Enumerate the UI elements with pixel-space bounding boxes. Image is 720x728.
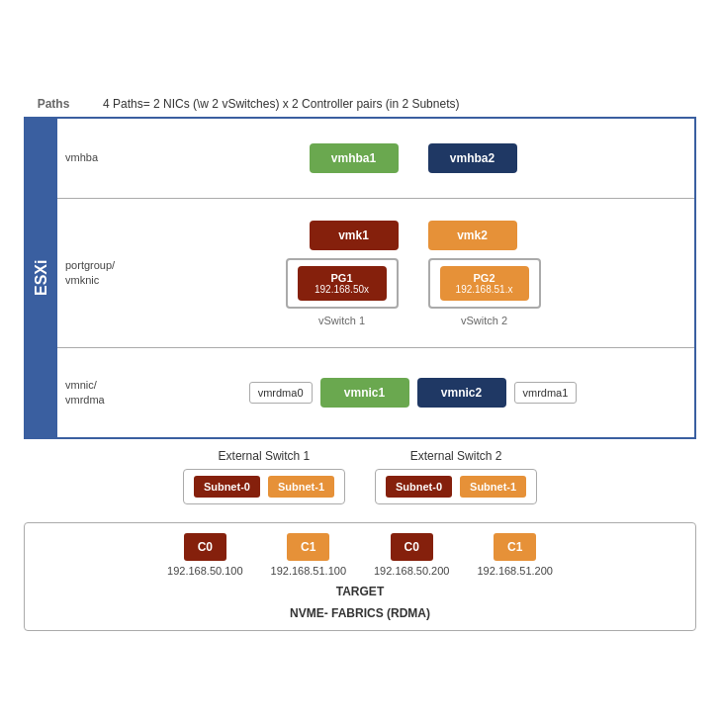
ctrl-c1-left-box: C1 (287, 533, 329, 561)
paths-description: 4 Paths= 2 NICs (\w 2 vSwitches) x 2 Con… (103, 97, 459, 111)
ext-switch-2-title: External Switch 2 (410, 449, 502, 463)
vmnic-content: vmrdma0 vmnic1 vmnic2 vmrdma1 (139, 358, 686, 427)
vmhba-row: vmhba vmhba1 vmhba2 (57, 119, 694, 199)
ctrl-c1-left-ip: 192.168.51.100 (271, 565, 346, 577)
ctrl-c1-right-ip: 192.168.51.200 (477, 565, 552, 577)
paths-header: Paths 4 Paths= 2 NICs (\w 2 vSwitches) x… (24, 97, 696, 111)
vmk1-box: vmk1 (310, 221, 399, 250)
vmnic2-box: vmnic2 (417, 378, 506, 408)
target-label-line2: NVME- FABRICS (RDMA) (290, 606, 430, 620)
ext-switch-1-border: Subnet-0 Subnet-1 (183, 469, 345, 504)
vmnic-group: vmrdma0 vmnic1 vmnic2 vmrdma1 (139, 378, 686, 408)
vmk2-box: vmk2 (428, 221, 517, 250)
esxi-rows: vmhba vmhba1 vmhba2 portgroup/ vmknic vm… (57, 119, 694, 437)
ctrl-c0-right-box: C0 (391, 533, 433, 561)
target-controller-c1-left: C1 192.168.51.100 (271, 533, 346, 577)
ctrl-c0-left-box: C0 (184, 533, 226, 561)
vmnic1-box: vmnic1 (320, 378, 409, 408)
esxi-box: ESXi vmhba vmhba1 vmhba2 portgroup/ vmkn… (24, 117, 696, 439)
ctrl-c0-right-ip: 192.168.50.200 (374, 565, 449, 577)
pg1-box: PG1 192.168.50x (298, 266, 387, 301)
vmrdma0-label: vmrdma0 (249, 382, 313, 404)
vmrdma1-label: vmrdma1 (514, 382, 578, 404)
portgroup-content: vmk1 vmk2 PG1 192.168.50x (139, 209, 686, 337)
vmhba-content: vmhba1 vmhba2 (139, 129, 686, 188)
ext-switch-1-subnet-0: Subnet-0 (194, 476, 260, 498)
ctrl-c1-right-box: C1 (494, 533, 536, 561)
vswitch1-border: PG1 192.168.50x (286, 258, 399, 309)
vmhba2-box: vmhba2 (428, 143, 517, 173)
vswitch2-label: vSwitch 2 (461, 315, 507, 326)
portgroup-label: portgroup/ vmknic (65, 258, 139, 289)
pg2-ip: 192.168.51.x (450, 284, 519, 295)
pg2-box: PG2 192.168.51.x (440, 266, 529, 301)
vmhba-label: vmhba (65, 150, 139, 165)
pg1-name: PG1 (308, 272, 377, 284)
target-controller-c1-right: C1 192.168.51.200 (477, 533, 552, 577)
target-label-line1: TARGET (336, 585, 384, 598)
ext-switch-1-title: External Switch 1 (219, 449, 311, 463)
ctrl-c0-left-ip: 192.168.50.100 (167, 565, 242, 577)
ext-switch-1-group: External Switch 1 Subnet-0 Subnet-1 (183, 449, 345, 504)
vswitch2-border: PG2 192.168.51.x (428, 258, 541, 309)
ext-switch-2-border: Subnet-0 Subnet-1 (375, 469, 537, 504)
target-controller-c0-right: C0 192.168.50.200 (374, 533, 449, 577)
target-controllers-row: C0 192.168.50.100 C1 192.168.51.100 C0 1… (35, 533, 685, 577)
target-controller-c0-left: C0 192.168.50.100 (167, 533, 242, 577)
target-section: C0 192.168.50.100 C1 192.168.51.100 C0 1… (24, 522, 696, 631)
vswitch1-group: PG1 192.168.50x vSwitch 1 (286, 258, 399, 326)
pg2-name: PG2 (450, 272, 519, 284)
paths-key: Paths (24, 97, 83, 111)
portgroup-row: portgroup/ vmknic vmk1 vmk2 PG1 (57, 199, 694, 348)
ext-switch-1-subnet-1: Subnet-1 (268, 476, 334, 498)
vmhba1-box: vmhba1 (310, 143, 399, 173)
ext-switches-row: External Switch 1 Subnet-0 Subnet-1 Exte… (24, 449, 696, 504)
vmnic-label: vmnic/ vmrdma (65, 378, 139, 409)
ext-switch-2-group: External Switch 2 Subnet-0 Subnet-1 (375, 449, 537, 504)
esxi-label: ESXi (26, 119, 57, 437)
vmnic-row: vmnic/ vmrdma vmrdma0 vmnic1 vmnic2 vmrd… (57, 348, 694, 437)
pg1-ip: 192.168.50x (308, 284, 377, 295)
vswitch2-group: PG2 192.168.51.x vSwitch 2 (428, 258, 541, 326)
ext-switch-2-subnet-0: Subnet-0 (386, 476, 452, 498)
vswitch1-label: vSwitch 1 (318, 315, 365, 326)
ext-switch-2-subnet-1: Subnet-1 (460, 476, 526, 498)
